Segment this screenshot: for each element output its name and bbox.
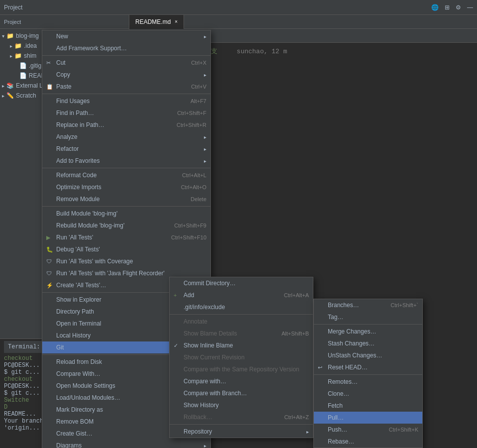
submenu-arrow-icon: ▸: [204, 158, 206, 164]
menu-item-rebuild-module[interactable]: Rebuild Module 'blog-img' Ctrl+Shift+F9: [42, 220, 210, 231]
tab-close-button[interactable]: ×: [175, 19, 178, 24]
menu-label: Mark Directory as: [56, 406, 103, 413]
menu-label: Directory Path: [56, 308, 94, 315]
git-menu-add[interactable]: + Add Ctrl+Alt+A: [170, 289, 313, 301]
repo-menu-merge[interactable]: Merge Changes…: [314, 326, 422, 337]
editor-tab-readme[interactable]: README.md ×: [129, 15, 184, 29]
submenu-arrow-icon: ▸: [204, 443, 206, 448]
cut-icon: ✂: [46, 60, 56, 66]
menu-label: Compare with the Same Repository Version: [184, 366, 299, 373]
menu-label: Open Module Settings: [56, 382, 115, 389]
menu-item-reformat[interactable]: Reformat Code Ctrl+Alt+L: [42, 169, 210, 181]
menu-separator: [170, 314, 313, 315]
menu-label: Compare With…: [56, 370, 100, 377]
menu-label: Load/Unload Modules…: [56, 394, 120, 401]
menu-item-run-coverage[interactable]: 🛡 Run 'All Tests' with Coverage: [42, 255, 210, 267]
repo-menu-pull[interactable]: Pull…: [314, 412, 422, 424]
git-menu-annotate: Annotate: [170, 316, 313, 328]
repo-menu-rebase[interactable]: Rebase…: [314, 436, 422, 448]
shortcut-label: Ctrl+Shift+F9: [174, 223, 206, 228]
menu-label: Show Blame Details: [184, 330, 237, 337]
minimize-icon[interactable]: —: [467, 4, 473, 11]
menu-label: Create Gist…: [56, 430, 93, 437]
menu-separator: [170, 424, 313, 425]
menu-label: Analyze: [56, 133, 78, 140]
menu-separator: [42, 55, 210, 56]
menu-label: Repository: [184, 428, 212, 435]
menu-item-remove-module[interactable]: Remove Module Delete: [42, 193, 210, 205]
git-menu-commit[interactable]: Commit Directory…: [170, 277, 313, 289]
repo-menu-push[interactable]: Push… Ctrl+Shift+K: [314, 424, 422, 436]
menu-item-replace-path[interactable]: Replace in Path… Ctrl+Shift+R: [42, 119, 210, 131]
git-menu-compare-branch[interactable]: Compare with Branch…: [170, 387, 313, 399]
menu-label: .git/info/exclude: [184, 304, 225, 311]
menu-item-find-usages[interactable]: Find Usages Alt+F7: [42, 95, 210, 107]
menu-label: Paste: [56, 83, 72, 90]
git-menu-inline-blame[interactable]: ✓ Show Inline Blame: [170, 339, 313, 351]
shortcut-label: Ctrl+Alt+O: [181, 184, 206, 190]
menu-item-copy[interactable]: Copy ▸: [42, 69, 210, 81]
scratch-icon: ✏️: [6, 92, 14, 99]
git-menu-repository[interactable]: Repository ▸: [170, 426, 313, 438]
menu-label: Find Usages: [56, 98, 90, 105]
repo-menu-stash[interactable]: Stash Changes…: [314, 337, 422, 349]
repo-menu-clone[interactable]: Clone…: [314, 388, 422, 400]
repo-menu-unstash[interactable]: UnStash Changes…: [314, 349, 422, 361]
menu-item-find-path[interactable]: Find in Path… Ctrl+Shift+F: [42, 107, 210, 119]
menu-label: Compare with…: [184, 378, 226, 385]
menu-item-debug-tests[interactable]: 🐛 Debug 'All Tests': [42, 243, 210, 255]
menu-label: Replace in Path…: [56, 121, 104, 128]
menu-label: Open in Terminal: [56, 320, 101, 327]
layout-icon[interactable]: ⊞: [445, 4, 450, 11]
git-menu-rollback: Rollback… Ctrl+Alt+Z: [170, 411, 313, 423]
menu-item-optimize-imports[interactable]: Optimize Imports Ctrl+Alt+O: [42, 181, 210, 193]
menu-label: Rollback…: [184, 414, 212, 421]
folder-icon: 📁: [6, 32, 14, 39]
repo-menu-branches[interactable]: Branches… Ctrl+Shift+`: [314, 299, 422, 311]
git-menu-compare-with[interactable]: Compare with…: [170, 375, 313, 387]
menu-item-new[interactable]: New ▸: [42, 30, 210, 42]
git-menu-show-history[interactable]: Show History: [170, 399, 313, 411]
menu-item-add-favorites[interactable]: Add to Favorites ▸: [42, 155, 210, 167]
menu-label: Rebase…: [328, 438, 354, 445]
settings-icon[interactable]: ⚙: [456, 4, 461, 11]
menu-item-cut[interactable]: ✂ Cut Ctrl+X: [42, 57, 210, 69]
menu-label: Diagrams: [56, 442, 82, 448]
menu-item-build-module[interactable]: Build Module 'blog-img': [42, 208, 210, 220]
reset-icon: ↩: [318, 364, 328, 371]
menu-item-paste[interactable]: 📋 Paste Ctrl+V: [42, 81, 210, 93]
menu-item-analyze[interactable]: Analyze ▸: [42, 131, 210, 143]
git-menu-exclude[interactable]: .git/info/exclude: [170, 301, 313, 313]
menu-separator: [42, 94, 210, 94]
menu-label: Push…: [328, 426, 347, 433]
shortcut-label: Ctrl+Shift+F10: [171, 234, 206, 240]
repo-menu-tag[interactable]: Tag…: [314, 311, 422, 323]
shortcut-label: Ctrl+Shift+F: [177, 110, 206, 116]
menu-item-diagrams[interactable]: Diagrams ▸: [42, 440, 210, 448]
repo-menu-reset-head[interactable]: ↩ Reset HEAD…: [314, 361, 422, 373]
shortcut-label: Ctrl+Shift+R: [177, 122, 206, 128]
shortcut-label: Ctrl+V: [191, 84, 206, 90]
git-menu-blame-details: Show Blame Details Alt+Shift+B: [170, 328, 313, 339]
repo-menu-remotes[interactable]: Remotes…: [314, 376, 422, 388]
shortcut-label: Ctrl+Alt+L: [182, 172, 206, 178]
menu-item-refactor[interactable]: Refactor ▸: [42, 143, 210, 155]
globe-icon[interactable]: 🌐: [431, 4, 439, 11]
repo-menu-fetch[interactable]: Fetch: [314, 400, 422, 412]
menu-label: Stash Changes…: [328, 340, 375, 347]
menu-separator: [314, 324, 422, 325]
menu-label: Commit Directory…: [184, 280, 236, 287]
shortcut-label: Ctrl+Shift+`: [390, 302, 418, 308]
menu-item-run-tests[interactable]: ▶ Run 'All Tests' Ctrl+Shift+F10: [42, 231, 210, 243]
menu-label: Add Framework Support…: [56, 45, 127, 52]
shortcut-label: Alt+Shift+B: [282, 331, 309, 336]
menu-item-add-framework[interactable]: Add Framework Support…: [42, 42, 210, 54]
menu-label: Remove BOM: [56, 418, 94, 425]
submenu-arrow-icon: ▸: [204, 72, 206, 78]
shortcut-label: Ctrl+Shift+K: [389, 427, 418, 433]
menu-label: Debug 'All Tests': [56, 246, 100, 253]
menu-label: Show in Explorer: [56, 296, 101, 303]
menu-label: Branches…: [328, 302, 359, 309]
folder-icon: 📁: [14, 52, 22, 59]
menu-label: Reformat Code: [56, 172, 96, 179]
